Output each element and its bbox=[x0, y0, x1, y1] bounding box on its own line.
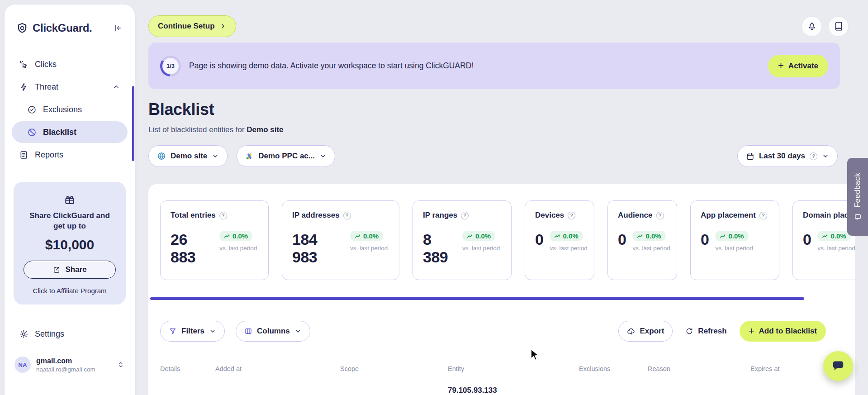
stat-value: 0 bbox=[535, 231, 543, 248]
account-switcher[interactable]: NA gmail.com naatali.ro@gmail.com bbox=[5, 357, 135, 373]
sidebar-item-label: Threat bbox=[35, 82, 58, 92]
column-header-exclusions[interactable]: Exclusions bbox=[579, 365, 648, 372]
share-button[interactable]: Share bbox=[24, 261, 116, 279]
stat-change-badge: 0.0% bbox=[550, 231, 583, 241]
stat-label: IP ranges bbox=[423, 211, 457, 220]
stat-label: Devices bbox=[535, 211, 564, 220]
activate-button-label: Activate bbox=[788, 62, 818, 71]
columns-dropdown[interactable]: Columns bbox=[236, 321, 310, 342]
app-logo: ClickGuard. bbox=[33, 22, 92, 34]
globe-icon bbox=[157, 152, 166, 161]
ban-icon bbox=[27, 128, 37, 137]
refresh-label: Refresh bbox=[698, 327, 726, 336]
chevron-down-icon bbox=[319, 152, 327, 160]
page-title: Blacklist bbox=[148, 100, 868, 119]
sidebar-item-exclusions[interactable]: Exclusions bbox=[12, 99, 128, 120]
stat-period: vs. last period bbox=[632, 244, 671, 252]
chevron-right-icon bbox=[219, 23, 227, 30]
user-email: naatali.ro@gmail.com bbox=[36, 366, 95, 373]
table-row[interactable]: 79.105.93.133 bbox=[160, 386, 855, 395]
sidebar-item-label: Blacklist bbox=[43, 128, 76, 137]
stat-period: vs. last period bbox=[550, 244, 588, 252]
sidebar-item-settings[interactable]: Settings bbox=[12, 324, 128, 345]
chat-widget-button[interactable] bbox=[823, 351, 853, 381]
stat-card-app-placement: App placement 0 0.0% vs. last period bbox=[690, 200, 779, 280]
stat-period: vs. last period bbox=[462, 244, 501, 252]
setup-progress-ring: 1/3 bbox=[160, 56, 181, 76]
notifications-button[interactable] bbox=[802, 16, 822, 37]
table-toolbar: Filters Columns Export bbox=[160, 321, 855, 342]
sidebar-item-threat[interactable]: Threat bbox=[12, 76, 128, 98]
sidebar-item-label: Reports bbox=[35, 150, 63, 160]
column-header-added-at[interactable]: Added at bbox=[215, 365, 340, 372]
demo-data-banner: 1/3 Page is showing demo data. Activate … bbox=[148, 43, 840, 89]
sidebar-item-clicks[interactable]: Clicks bbox=[12, 53, 128, 75]
continue-setup-button[interactable]: Continue Setup bbox=[148, 15, 236, 37]
context-selector-row: Demo site Demo PPC ac... Last bbox=[148, 145, 868, 167]
stat-card-domain-placement: Domain placement 0 0.0% vs. last period bbox=[792, 200, 855, 280]
promo-text: Share ClickGuard and get up to bbox=[22, 211, 118, 232]
table-header-row: Details Added at Scope Entity Exclusions… bbox=[160, 365, 855, 372]
row-entity-value: 79.105.93.133 bbox=[448, 386, 579, 395]
avatar: NA bbox=[14, 357, 31, 373]
affiliate-program-link[interactable]: Click to Affiliate Program bbox=[22, 287, 118, 295]
chevron-up-down-icon[interactable] bbox=[117, 361, 125, 369]
clicks-icon bbox=[19, 60, 28, 69]
activate-button[interactable]: Activate bbox=[768, 55, 828, 77]
funnel-icon bbox=[169, 327, 177, 335]
refresh-button[interactable]: Refresh bbox=[683, 321, 728, 342]
help-icon[interactable] bbox=[343, 212, 351, 219]
export-button[interactable]: Export bbox=[618, 321, 673, 342]
column-header-scope[interactable]: Scope bbox=[340, 365, 448, 372]
filters-dropdown[interactable]: Filters bbox=[160, 321, 225, 342]
stats-card-row: Total entries 26 883 0.0% vs. last perio… bbox=[160, 200, 855, 280]
help-icon[interactable] bbox=[219, 212, 227, 219]
gift-icon bbox=[22, 194, 118, 205]
plus-icon bbox=[749, 326, 754, 337]
trend-up-icon bbox=[224, 233, 230, 239]
stat-change-badge: 0.0% bbox=[817, 231, 850, 241]
promo-amount: $10,000 bbox=[22, 237, 118, 252]
column-header-details[interactable]: Details bbox=[160, 365, 215, 372]
help-icon[interactable] bbox=[568, 212, 575, 219]
stat-change-badge: 0.0% bbox=[350, 231, 383, 241]
share-button-label: Share bbox=[65, 265, 86, 274]
trend-up-icon bbox=[554, 233, 560, 239]
stat-change-badge: 0.0% bbox=[219, 231, 252, 241]
ppc-account-selector[interactable]: Demo PPC ac... bbox=[237, 145, 335, 167]
chevron-down-icon bbox=[822, 152, 829, 160]
feedback-tab[interactable]: Feedback bbox=[847, 158, 868, 236]
help-icon[interactable] bbox=[461, 212, 469, 219]
help-icon[interactable] bbox=[759, 212, 767, 219]
add-to-blacklist-label: Add to Blacklist bbox=[759, 327, 817, 336]
docs-button[interactable] bbox=[828, 16, 849, 37]
chevron-down-icon bbox=[209, 328, 216, 335]
add-to-blacklist-button[interactable]: Add to Blacklist bbox=[740, 321, 826, 342]
topbar: Continue Setup bbox=[148, 0, 868, 43]
sidebar-collapse-icon[interactable] bbox=[113, 23, 123, 33]
stat-change-badge: 0.0% bbox=[462, 231, 495, 241]
stats-horizontal-scrollbar[interactable] bbox=[150, 297, 804, 300]
sidebar-scrollbar[interactable] bbox=[132, 86, 134, 161]
plus-icon bbox=[778, 61, 784, 71]
sidebar-item-reports[interactable]: Reports bbox=[12, 144, 128, 166]
stat-period: vs. last period bbox=[350, 244, 389, 252]
lightning-icon bbox=[19, 82, 28, 92]
ppc-account-selector-value: Demo PPC ac... bbox=[258, 152, 315, 161]
sidebar-item-blacklist[interactable]: Blacklist bbox=[12, 121, 128, 143]
chat-bubble-icon bbox=[831, 359, 845, 373]
bell-icon bbox=[807, 21, 817, 31]
help-icon[interactable] bbox=[656, 212, 664, 219]
trend-up-icon bbox=[720, 233, 726, 239]
affiliate-promo-card: Share ClickGuard and get up to $10,000 S… bbox=[14, 182, 126, 305]
column-header-entity[interactable]: Entity bbox=[448, 365, 579, 372]
site-selector[interactable]: Demo site bbox=[148, 145, 228, 167]
google-ads-icon bbox=[245, 152, 254, 161]
feedback-label: Feedback bbox=[853, 173, 862, 208]
sidebar: ClickGuard. Clicks Threat Exclusions bbox=[5, 5, 135, 395]
stat-change-badge: 0.0% bbox=[715, 231, 748, 241]
chevron-up-icon[interactable] bbox=[112, 83, 120, 91]
date-range-selector[interactable]: Last 30 days bbox=[737, 145, 838, 167]
setup-progress-step: 1/3 bbox=[162, 58, 179, 74]
column-header-reason[interactable]: Reason bbox=[648, 365, 750, 372]
